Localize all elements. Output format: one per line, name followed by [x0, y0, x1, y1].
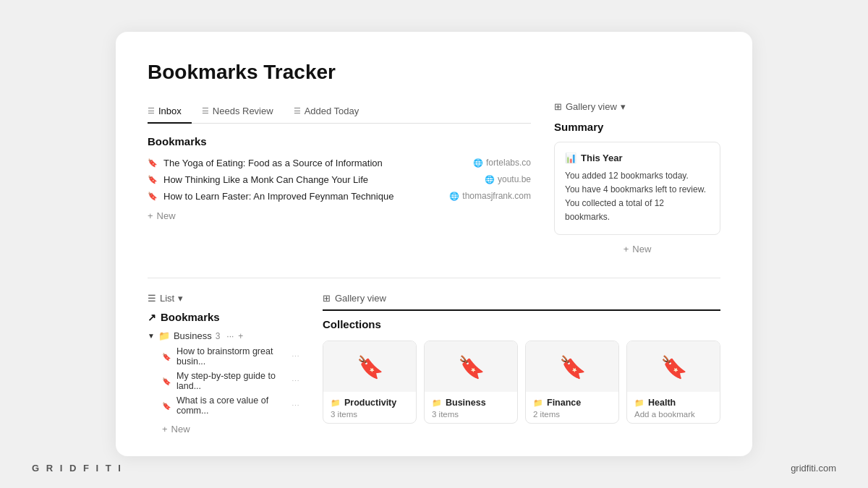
top-section: ☰ Inbox ☰ Needs Review ☰ Added Today Boo…: [148, 101, 720, 255]
tab-added-today[interactable]: ☰ Added Today: [284, 101, 370, 124]
globe-icon-3: 🌐: [449, 192, 459, 201]
bookmark-text-3: How to Learn Faster: An Improved Feynman…: [163, 191, 393, 202]
add-new-bookmark[interactable]: + New: [148, 210, 531, 221]
summary-card-title: 📊 This Year: [565, 153, 710, 163]
gallery-view-bottom-label: Gallery view: [335, 293, 386, 304]
folder-add-icon[interactable]: +: [238, 331, 243, 341]
sub-item-2: 🔖 My step-by-step guide to land... ⋯: [148, 369, 299, 393]
summary-this-year: This Year: [581, 153, 623, 163]
plus-icon-3: +: [162, 424, 168, 435]
tabs-bar: ☰ Inbox ☰ Needs Review ☰ Added Today: [148, 101, 531, 124]
add-new-summary[interactable]: + New: [554, 244, 720, 254]
sub-item-dots-3: ⋯: [292, 401, 299, 411]
collection-count-productivity: 3 items: [331, 410, 409, 419]
tab-needs-review-label: Needs Review: [213, 106, 273, 116]
bookmark-icon-1: 🔖: [148, 158, 158, 168]
bottom-add-label: New: [171, 424, 190, 435]
bottom-section: ☰ List ▾ ↗ Bookmarks ▼ 📁 Business 3 ··· …: [148, 293, 720, 435]
folder-icon: 📁: [158, 330, 170, 341]
bookmark-url-text-2: youtu.be: [498, 174, 531, 184]
inbox-icon: ☰: [148, 106, 155, 116]
folder-icon-fin: 📁: [533, 398, 543, 408]
bookmark-url-text-3: thomasjfrank.com: [462, 191, 531, 201]
bottom-left-panel: ☰ List ▾ ↗ Bookmarks ▼ 📁 Business 3 ··· …: [148, 293, 299, 435]
folder-more-icon[interactable]: ···: [226, 331, 234, 341]
bookmarks-section-title: Bookmarks: [148, 135, 531, 147]
sub-bookmark-icon-1: 🔖: [162, 353, 171, 361]
sub-item-text-1: How to brainstorm great busin...: [176, 346, 286, 367]
arrow-up-right-icon: ↗: [148, 312, 156, 323]
section-divider: [148, 278, 720, 278]
list-chevron-icon: ▾: [178, 293, 183, 304]
sub-item-1: 🔖 How to brainstorm great busin... ⋯: [148, 344, 299, 369]
folder-triangle-icon: ▼: [148, 332, 155, 340]
tab-added-today-label: Added Today: [305, 106, 359, 116]
collection-name-finance: 📁 Finance: [533, 398, 611, 408]
bookmark-url-2: 🌐 youtu.be: [485, 174, 531, 184]
gallery-view-header-top[interactable]: ⊞ Gallery view ▾: [554, 101, 720, 112]
tab-inbox-label: Inbox: [158, 106, 182, 116]
collections-grid: 🔖 📁 Productivity 3 items 🔖: [323, 341, 720, 424]
bookmark-icon-2: 🔖: [148, 175, 158, 184]
bookmark-text-1: The Yoga of Eating: Food as a Source of …: [163, 158, 383, 168]
collection-count-business: 3 items: [432, 410, 510, 419]
tab-needs-review[interactable]: ☰ Needs Review: [192, 101, 284, 124]
list-icon: ☰: [148, 293, 156, 304]
bookmark-big-icon-2: 🔖: [458, 354, 485, 380]
folder-icon-biz: 📁: [432, 398, 442, 408]
bookmark-url-1: 🌐 fortelabs.co: [473, 158, 531, 168]
collection-name-business: 📁 Business: [432, 398, 510, 408]
footer-url: gridfiti.com: [791, 463, 836, 474]
right-panel: ⊞ Gallery view ▾ Summary 📊 This Year You…: [554, 101, 720, 255]
sub-item-3: 🔖 What is a core value of comm... ⋯: [148, 393, 299, 418]
gallery-view-label-top: Gallery view: [566, 101, 617, 112]
bookmark-url-3: 🌐 thomasjfrank.com: [449, 191, 531, 201]
bottom-bookmarks-title: ↗ Bookmarks: [148, 311, 299, 323]
main-card: Bookmarks Tracker ☰ Inbox ☰ Needs Review…: [116, 32, 752, 457]
needs-review-icon: ☰: [202, 106, 209, 116]
plus-icon-2: +: [624, 244, 629, 254]
folder-count: 3: [216, 331, 221, 341]
collection-count-health: Add a bookmark: [634, 410, 712, 419]
collection-card-finance[interactable]: 🔖 📁 Finance 2 items: [525, 341, 619, 424]
bookmark-big-icon-4: 🔖: [660, 354, 687, 380]
folder-icon-health: 📁: [634, 398, 644, 408]
chevron-down-icon: ▾: [621, 101, 626, 112]
collection-name-productivity: 📁 Productivity: [331, 398, 409, 408]
summary-line-2: You have 4 bookmarks left to review.: [565, 183, 710, 197]
add-new-bottom[interactable]: + New: [148, 424, 299, 435]
tab-inbox[interactable]: ☰ Inbox: [148, 101, 192, 124]
bookmark-item-3: 🔖 How to Learn Faster: An Improved Feynm…: [148, 188, 531, 205]
plus-icon-1: +: [148, 210, 153, 221]
sub-item-dots-2: ⋯: [292, 377, 299, 386]
collection-thumb-productivity: 🔖: [323, 341, 416, 392]
globe-icon-2: 🌐: [485, 175, 495, 184]
collection-count-finance: 2 items: [533, 410, 611, 419]
sub-bookmark-icon-2: 🔖: [162, 377, 171, 385]
collection-card-health[interactable]: 🔖 📁 Health Add a bookmark: [626, 341, 720, 424]
footer: G R I D F I T I gridfiti.com: [0, 463, 868, 474]
collection-card-productivity[interactable]: 🔖 📁 Productivity 3 items: [323, 341, 417, 424]
gallery-view-bottom-header[interactable]: ⊞ Gallery view: [323, 293, 720, 311]
bookmark-big-icon-1: 🔖: [357, 354, 383, 380]
bookmark-url-text-1: fortelabs.co: [486, 158, 531, 168]
bookmark-text-2: How Thinking Like a Monk Can Change Your…: [163, 174, 368, 185]
folder-icon-prod: 📁: [331, 398, 341, 408]
collection-card-business[interactable]: 🔖 📁 Business 3 items: [424, 341, 518, 424]
add-new-label: New: [157, 210, 176, 221]
globe-icon-1: 🌐: [473, 158, 483, 168]
collection-thumb-finance: 🔖: [526, 341, 618, 392]
gallery-icon-top: ⊞: [554, 101, 562, 112]
gallery-icon-bottom: ⊞: [323, 293, 331, 304]
left-panel: ☰ Inbox ☰ Needs Review ☰ Added Today Boo…: [148, 101, 531, 255]
sub-item-text-2: My step-by-step guide to land...: [176, 371, 286, 391]
list-view-header[interactable]: ☰ List ▾: [148, 293, 299, 304]
summary-title: Summary: [554, 121, 720, 133]
bookmark-icon-3: 🔖: [148, 192, 158, 201]
summary-add-label: New: [632, 244, 651, 254]
footer-brand: G R I D F I T I: [32, 463, 123, 474]
list-view-label: List: [160, 293, 174, 304]
collection-thumb-health: 🔖: [627, 341, 720, 392]
collections-title: Collections: [323, 318, 720, 330]
sub-item-text-3: What is a core value of comm...: [176, 395, 286, 416]
